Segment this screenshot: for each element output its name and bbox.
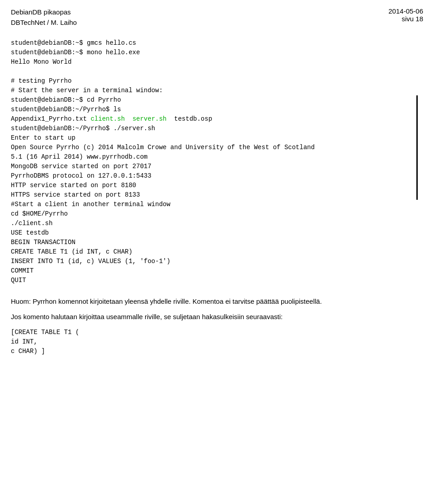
tb3-line7: INSERT INTO T1 (id, c) VALUES (1, 'foo-1… xyxy=(11,258,170,265)
title-line2: DBTechNet / M. Laiho xyxy=(11,18,77,28)
prose-section: Huom: Pyrrhon komennot kirjoitetaan ylee… xyxy=(11,296,423,322)
tb2-line7: 5.1 (16 April 2014) www.pyrrhodb.com xyxy=(11,153,147,160)
prose-line1: Huom: Pyrrhon komennot kirjoitetaan ylee… xyxy=(11,296,423,307)
ml-line1: [CREATE TABLE T1 ( xyxy=(11,329,79,336)
terminal-block-1: student@debianDB:~$ gmcs hello.cs studen… xyxy=(11,38,423,95)
multiline-code-section: [CREATE TABLE T1 ( id INT, c CHAR) ] xyxy=(11,328,423,356)
tb3-line1: #Start a client in another terminal wind… xyxy=(11,201,170,208)
tb1-line2: student@debianDB:~$ mono hello.exe xyxy=(11,49,140,56)
header-date: 2014-05-06 xyxy=(388,7,423,15)
tb2-line3-prefix: Appendix1_Pyrrho.txt xyxy=(11,115,90,122)
header-page: sivu 18 xyxy=(388,15,423,23)
tb1-line3: Hello Mono World xyxy=(11,58,71,66)
tb3-line4: USE testdb xyxy=(11,229,49,236)
tb1-line4: # testing Pyrrho xyxy=(11,77,71,85)
page-header: DebianDB pikaopas DBTechNet / M. Laiho 2… xyxy=(11,7,423,28)
tb2-line5: Enter to start up xyxy=(11,134,75,141)
ml-line3: c CHAR) ] xyxy=(11,348,45,355)
tb2-line1: student@debianDB:~$ cd Pyrrho xyxy=(11,96,121,104)
tb2-line10: HTTP service started on port 8180 xyxy=(11,182,136,189)
ml-line2: id INT, xyxy=(11,338,38,345)
tb3-line8: COMMIT xyxy=(11,267,33,274)
tb2-server-sh: server.sh xyxy=(132,115,167,122)
multiline-code-pre: [CREATE TABLE T1 ( id INT, c CHAR) ] xyxy=(11,328,423,356)
tb2-client-sh: client.sh xyxy=(90,115,125,122)
prose-line2: Jos komento halutaan kirjoittaa useammal… xyxy=(11,311,423,322)
tb3-line9: QUIT xyxy=(11,277,26,284)
tb1-line1: student@debianDB:~$ gmcs hello.cs xyxy=(11,39,136,47)
terminal-block-2-pre: student@debianDB:~$ cd Pyrrho student@de… xyxy=(11,95,416,200)
tb2-line9: PyrrhoDBMS protocol on 127.0.0.1:5433 xyxy=(11,172,151,179)
tb3-line2: cd $HOME/Pyrrho xyxy=(11,210,68,217)
tb2-testdb: testdb.osp xyxy=(167,115,212,122)
tb2-line2: student@debianDB:~/Pyrrho$ ls xyxy=(11,106,121,113)
tb2-space xyxy=(125,115,132,122)
title-line1: DebianDB pikaopas xyxy=(11,7,77,18)
terminal-block-2-bordered: student@debianDB:~$ cd Pyrrho student@de… xyxy=(11,95,418,200)
terminal-block-3: #Start a client in another terminal wind… xyxy=(11,200,423,285)
tb2-line8: MongoDB service started on port 27017 xyxy=(11,163,151,170)
tb2-line11: HTTPS service started on port 8133 xyxy=(11,191,140,198)
tb3-line3: ./client.sh xyxy=(11,220,52,227)
tb2-line6: Open Source Pyrrho (c) 2014 Malcolm Crow… xyxy=(11,144,315,151)
tb3-line6: CREATE TABLE T1 (id INT, c CHAR) xyxy=(11,248,132,255)
tb2-line4: student@debianDB:~/Pyrrho$ ./server.sh xyxy=(11,125,155,132)
header-title: DebianDB pikaopas DBTechNet / M. Laiho xyxy=(11,7,77,28)
main-content: student@debianDB:~$ gmcs hello.cs studen… xyxy=(11,38,423,285)
header-meta: 2014-05-06 sivu 18 xyxy=(388,7,423,23)
tb3-line5: BEGIN TRANSACTION xyxy=(11,239,75,246)
tb1-line5: # Start the server in a terminal window: xyxy=(11,87,163,94)
